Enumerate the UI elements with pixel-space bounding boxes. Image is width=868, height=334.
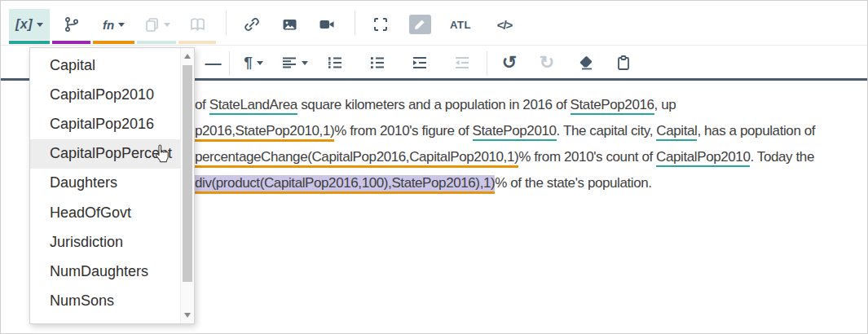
text-line: of StateLandArea square kilometers and a… (195, 92, 867, 118)
text-line: div(product(CapitalPop2016,100),StatePop… (195, 170, 867, 196)
code-icon: </> (497, 18, 513, 32)
fullscreen-button[interactable] (364, 9, 397, 40)
horizontal-rule-icon: — (205, 54, 221, 73)
text-line: p2016,StatePop2010,1)% from 2010's figur… (195, 118, 867, 144)
atl-icon: ATL (450, 19, 471, 31)
text-segment: % of the state's population. (495, 175, 651, 191)
dropdown-item[interactable]: Capital (30, 51, 180, 80)
formula-token[interactable]: p2016,StatePop2010,1) (195, 123, 334, 142)
teal-accent-bar (9, 41, 50, 44)
redo-button-disabled: ↻ (531, 49, 563, 77)
variable-token[interactable]: StateLandArea (209, 97, 297, 115)
toolbar-separator (229, 51, 230, 76)
ordered-list-icon (327, 55, 343, 71)
text-segment: , has a population of (697, 123, 815, 138)
variable-token[interactable]: CapitalPop2010 (656, 149, 750, 167)
variable-picker-button[interactable]: [x] (9, 9, 50, 40)
text-segment: of (195, 97, 209, 112)
rich-text-content[interactable]: of StateLandArea square kilometers and a… (195, 92, 867, 196)
link-icon (244, 16, 260, 33)
fullscreen-icon (372, 16, 389, 33)
duplicate-button-disabled (137, 9, 176, 40)
pale-teal-accent-bar (137, 41, 176, 44)
align-left-icon (281, 55, 297, 71)
chevron-down-icon (37, 23, 43, 27)
pencil-box (409, 15, 431, 34)
toolbar-separator (226, 11, 227, 35)
redo-icon: ↻ (540, 54, 554, 72)
pale-tan-accent-bar (178, 41, 216, 44)
text-line: percentageChange(CapitalPop2016,CapitalP… (195, 144, 867, 170)
hand-cursor-icon (152, 144, 170, 164)
variable-dropdown-list: CapitalCapitalPop2010CapitalPop2016Capit… (30, 51, 180, 316)
formula-token[interactable]: percentageChange(CapitalPop2016,CapitalP… (195, 149, 518, 168)
purple-accent-bar (52, 41, 90, 44)
toolbar-separator (355, 11, 355, 35)
variable-token[interactable]: StatePop2016 (571, 97, 654, 115)
indent-button[interactable] (403, 49, 436, 77)
outdent-button-disabled (446, 49, 478, 77)
ordered-list-button[interactable] (319, 49, 351, 77)
image-icon (281, 16, 298, 33)
variable-dropdown-menu: CapitalCapitalPop2010CapitalPop2016Capit… (29, 47, 195, 324)
editor-window: [x] fn (0, 0, 868, 334)
chevron-down-icon (257, 61, 263, 65)
text-segment: , up (654, 97, 676, 112)
dropdown-item[interactable]: NumSons (30, 287, 180, 316)
chevron-down-icon (164, 23, 170, 27)
chevron-down-icon (118, 23, 125, 27)
function-icon: fn (103, 18, 114, 32)
paragraph-icon: ¶ (244, 54, 253, 72)
undo-icon: ↺ (502, 54, 517, 72)
text-segment: . Today the (750, 149, 813, 165)
formula-token-selected[interactable]: div(product(CapitalPop2016,100),StatePop… (195, 175, 495, 194)
video-icon (318, 16, 336, 33)
indent-icon (412, 55, 428, 71)
text-segment: square kilometers and a population in 20… (297, 97, 571, 112)
book-icon (189, 16, 206, 33)
dropdown-scrollbar[interactable] (180, 48, 194, 323)
dropdown-item[interactable]: NumDaughters (30, 257, 180, 286)
insert-image-button[interactable] (273, 9, 306, 40)
dropdown-item[interactable]: Daughters (30, 169, 180, 198)
orange-accent-bar (93, 41, 134, 44)
insert-link-button[interactable] (236, 9, 268, 40)
eraser-icon (578, 55, 595, 71)
edit-mode-button[interactable] (403, 9, 436, 40)
dropdown-item[interactable]: HeadOfGovt (30, 198, 180, 227)
scroll-up-icon[interactable] (184, 54, 191, 59)
glossary-button-disabled (178, 9, 216, 40)
text-segment: . The capital city, (557, 123, 657, 138)
duplicate-icon (143, 16, 160, 33)
clear-formatting-button[interactable] (570, 49, 602, 77)
unordered-list-icon (369, 55, 386, 71)
dropdown-item[interactable]: CapitalPop2016 (30, 109, 180, 138)
paste-button[interactable] (607, 49, 640, 77)
condition-branch-button[interactable] (52, 9, 90, 40)
code-view-button[interactable]: </> (487, 9, 522, 40)
branch-icon (64, 16, 80, 33)
outdent-icon (454, 55, 470, 71)
scrollbar-thumb[interactable] (183, 65, 192, 282)
primary-toolbar: [x] fn (1, 1, 867, 46)
dropdown-item[interactable]: Jurisdiction (30, 227, 180, 257)
chevron-down-icon (302, 61, 308, 65)
pencil-icon (414, 19, 425, 30)
text-segment: % from 2010's figure of (334, 123, 472, 138)
insert-video-button[interactable] (311, 9, 343, 40)
variable-picker-icon: [x] (15, 17, 33, 32)
align-button[interactable] (276, 49, 312, 77)
undo-button[interactable]: ↺ (493, 49, 526, 77)
atl-view-button[interactable]: ATL (443, 9, 478, 40)
text-segment: % from 2010's count of (518, 149, 656, 165)
toolbar-separator (487, 51, 487, 76)
function-button[interactable]: fn (93, 9, 134, 40)
paragraph-format-button[interactable]: ¶ (236, 49, 271, 77)
unordered-list-button[interactable] (361, 49, 394, 77)
clipboard-icon (615, 55, 632, 71)
variable-token[interactable]: Capital (656, 123, 697, 141)
dropdown-item[interactable]: CapitalPop2010 (30, 80, 180, 109)
horizontal-rule-button[interactable]: — (196, 49, 229, 77)
scroll-down-icon[interactable] (184, 313, 191, 318)
variable-token[interactable]: StatePop2010 (473, 123, 557, 141)
